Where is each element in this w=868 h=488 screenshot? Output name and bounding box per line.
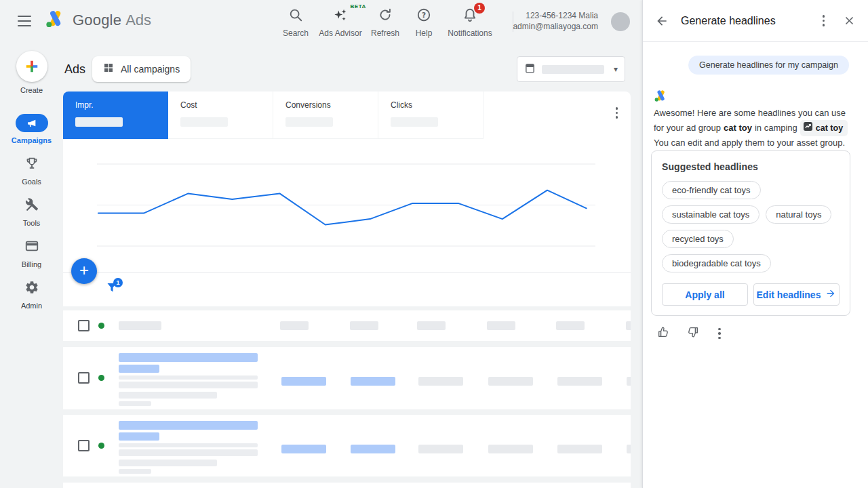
scope-chip-label: All campaigns [121,64,180,75]
metric-value-placeholder [285,117,333,127]
row-checkbox[interactable] [78,372,90,384]
date-placeholder-bar [542,65,604,74]
panel-title: Generate headlines [681,15,821,27]
assistant-message-line3: You can edit and apply them to your asse… [654,136,854,150]
help-icon: ? [416,7,431,25]
main-content: Ads All campaigns ▾ Impr. Cost Conversio… [63,42,642,488]
metric-value-placeholder [180,117,228,127]
calendar-icon [524,62,536,77]
status-enabled-icon [98,323,104,329]
headline-chip[interactable]: natural toys [766,205,831,224]
sparkle-icon [333,7,348,25]
topnav-notifications[interactable]: 1 Notifications [439,7,501,38]
table-summary-row[interactable] [63,310,631,341]
metric-tab-conversions[interactable]: Conversions [273,92,378,139]
brand-product: Ads [125,12,151,29]
thumbs-up-icon[interactable] [656,325,670,342]
row-checkbox[interactable] [78,320,90,331]
menu-icon[interactable] [18,16,31,26]
feedback-more-menu-icon[interactable] [716,326,723,342]
table-row[interactable] [63,415,631,476]
thumbs-down-icon[interactable] [686,325,700,342]
headline-chips: eco-friendly cat toys sustainable cat to… [662,181,840,272]
sidebar-item-billing[interactable]: Billing [0,239,63,268]
ad-group-name: cat toy [724,121,752,135]
back-arrow-icon[interactable] [655,14,669,28]
apply-all-button[interactable]: Apply all [662,283,748,306]
add-campaign-fab[interactable]: + [71,258,97,284]
sidebar-item-goals[interactable]: Goals [0,156,63,186]
avatar[interactable] [611,12,630,31]
ads-logo-small-icon [654,89,668,105]
generate-headlines-panel: Generate headlines Generate headlines fo… [642,0,868,488]
metric-value-placeholder [75,117,123,127]
suggested-headlines-card: Suggested headlines eco-friendly cat toy… [651,150,850,316]
assistant-message: Awesome! Here are some headlines you can… [654,106,854,150]
megaphone-icon [16,114,48,132]
google-ads-logo: Google Ads [45,9,151,31]
suggestions-title: Suggested headlines [662,161,840,172]
metric-tab-cost[interactable]: Cost [168,92,273,139]
ads-logo-icon [45,9,66,31]
notification-count-badge: 1 [474,3,485,14]
filter-count-badge: 1 [113,278,123,287]
date-range-picker[interactable]: ▾ [517,56,625,82]
keyword-chip[interactable]: cat toy [800,120,848,136]
feedback-bar [656,325,723,342]
edit-headlines-button[interactable]: Edit headlines [753,283,840,306]
table-row[interactable] [63,347,631,409]
tools-icon [24,197,39,215]
trophy-icon [24,156,39,174]
metric-value-placeholder [391,117,438,127]
account-id-name: 123-456-1234 Malia [513,10,598,21]
sidebar-item-create[interactable]: Create [0,51,63,94]
sidebar-item-campaigns[interactable]: Campaigns [0,114,63,144]
headline-chip[interactable]: biodegradable cat toys [662,254,771,272]
chevron-down-icon: ▾ [614,64,618,74]
refresh-icon [378,7,393,25]
metric-tab-clicks[interactable]: Clicks [378,92,484,139]
brand-google: Google [73,12,121,29]
panel-more-menu-icon[interactable] [821,13,827,28]
headline-chip[interactable]: sustainable cat toys [662,205,760,224]
chart-more-menu-icon[interactable] [614,105,620,121]
metric-tab-impressions[interactable]: Impr. [63,92,168,139]
status-enabled-icon [98,375,104,381]
panel-header: Generate headlines [643,0,868,42]
sidebar-item-admin[interactable]: Admin [0,280,63,310]
headline-chip[interactable]: eco-friendly cat toys [662,181,761,199]
arrow-right-icon [825,288,836,301]
performance-card: Impr. Cost Conversions Clicks + [63,92,631,306]
filter-bar [63,272,631,306]
close-icon[interactable] [843,14,856,27]
plus-multicolor-icon [16,51,47,82]
left-navigation: Create Campaigns Goals Tools [0,42,63,488]
headline-chip[interactable]: recycled toys [662,230,734,248]
all-campaigns-chip[interactable]: All campaigns [92,56,191,82]
page-title: Ads [64,62,85,77]
row-checkbox[interactable] [78,440,90,451]
top-app-bar: Google Ads Search BETA Ads Advisor Refre… [0,0,642,42]
insights-icon [804,121,812,135]
table-row-partial [63,483,631,488]
search-icon [288,7,303,25]
user-message-bubble: Generate headlines for my campaign [688,56,849,75]
assistant-message-line1: Awesome! Here are some headlines you can… [654,106,854,120]
assistant-message-line2: for your ad group cat toy in camping cat… [654,120,854,136]
gear-icon [24,280,39,298]
metric-tabs: Impr. Cost Conversions Clicks [63,92,631,139]
status-enabled-icon [98,443,104,449]
sidebar-item-tools[interactable]: Tools [0,197,63,227]
account-email: admin@maliayoga.com [513,21,598,32]
credit-card-icon [24,239,39,256]
performance-chart [63,139,631,272]
svg-text:?: ? [422,11,426,19]
grid-icon [103,62,114,76]
account-info[interactable]: 123-456-1234 Malia admin@maliayoga.com [513,10,598,32]
